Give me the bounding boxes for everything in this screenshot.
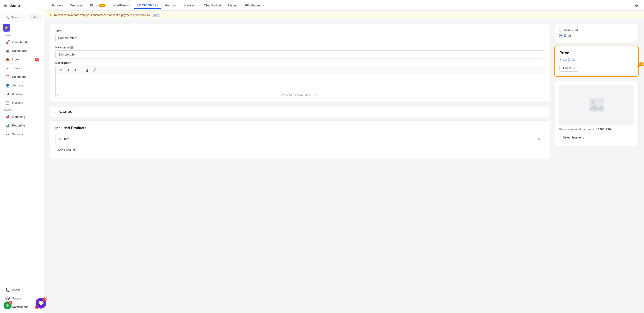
sidebar-item-phone[interactable]: 📞 Phone	[2, 286, 42, 294]
chevron-down-icon: ▾	[157, 4, 158, 7]
menu-icon[interactable]: ☰	[4, 3, 7, 8]
tools-section-label: Tools	[0, 107, 44, 113]
sidebar-item-inbox[interactable]: 📥 Inbox 0	[2, 55, 42, 64]
radio-inner	[560, 35, 562, 37]
app-logo: demo	[9, 3, 20, 8]
sidebar-item-dashboard[interactable]: ▦ Dashboard	[2, 47, 42, 55]
price-card: Price Free Offer Edit Price	[554, 46, 639, 77]
sidebar-item-label: Marketing	[12, 115, 25, 119]
nav-item-websites[interactable]: Websites	[67, 2, 86, 9]
nav-label: Media	[228, 4, 236, 7]
apps-section-label: Apps	[0, 33, 44, 38]
sidebar-item-settings[interactable]: ⚙ Settings	[2, 130, 42, 138]
redo-button[interactable]: ↪	[65, 67, 71, 73]
image-placeholder-icon	[588, 97, 605, 113]
nav-item-funnels[interactable]: Funnels	[49, 2, 66, 9]
sidebar-item-label: Tasks	[12, 67, 20, 70]
avatar-initial: G	[6, 304, 9, 307]
product-icon: ✏	[59, 137, 62, 141]
chevron-down-icon: ▾	[129, 4, 130, 7]
svg-point-2	[591, 100, 595, 104]
image-card: Recommended dimensions of 1280x720 Selec…	[554, 80, 639, 146]
nav-item-surveys[interactable]: Surveys ▾	[180, 2, 200, 9]
gear-icon[interactable]: ⚙	[633, 2, 640, 9]
annotation-arrow	[636, 51, 644, 77]
form-main: Title Nickname ? Description ↩ ↪	[50, 24, 550, 308]
draft-option[interactable]: Draft	[559, 34, 634, 37]
chat-icon: 💬	[38, 300, 44, 306]
chat-bubble[interactable]: 💬 12	[36, 298, 46, 308]
sidebar-item-pipeline[interactable]: ⊿ Pipeline	[2, 90, 42, 98]
search-bar[interactable]: 🔍 Search ctrl K	[3, 14, 42, 21]
image-rec-text: Recommended dimensions of 1280x720	[559, 128, 634, 131]
description-label: Description	[55, 61, 544, 65]
sidebar-item-marketing[interactable]: 📣 Marketing	[2, 113, 42, 121]
sidebar-item-reporting[interactable]: 📊 Reporting	[2, 121, 42, 130]
editor-content[interactable]	[56, 74, 544, 92]
published-option[interactable]: Published	[559, 29, 634, 32]
search-label: Search	[11, 16, 20, 19]
editor-area[interactable]: P 0 WORDS POWERED BY TINY ⤡	[55, 74, 544, 97]
stripe-link[interactable]: Stripe.	[152, 13, 160, 17]
sidebar-item-invoices[interactable]: 📋 Invoices	[2, 99, 42, 107]
user-avatar[interactable]: G 4	[4, 301, 12, 309]
sidebar-item-label: Dashboard	[12, 49, 27, 53]
warning-icon: ●	[50, 13, 52, 17]
invoices-icon: 📋	[5, 101, 10, 105]
image-dimensions: 1280x720	[598, 128, 611, 131]
help-icon[interactable]: ?	[70, 46, 74, 49]
resize-handle[interactable]: ⤡	[540, 93, 542, 96]
dashboard-icon: ▦	[5, 49, 10, 53]
bold-button[interactable]: B	[72, 67, 78, 73]
italic-button[interactable]: I	[79, 67, 83, 73]
nav-label: Chat Widget	[204, 4, 221, 7]
chevron-right-icon: ›	[55, 110, 56, 114]
contacts-icon: 👤	[5, 83, 10, 88]
inbox-icon: 📥	[5, 57, 10, 62]
nav-item-url-redirects[interactable]: URL Redirects	[240, 2, 267, 9]
nickname-input[interactable]	[55, 51, 544, 59]
nav-label: Forms	[165, 4, 174, 7]
nav-label: Websites	[70, 4, 83, 7]
product-remove-button[interactable]: ✕	[537, 137, 540, 141]
sidebar-item-calendars[interactable]: 📅 Calendars	[2, 73, 42, 81]
sidebar-logo: ☰ demo	[0, 0, 44, 11]
sidebar-item-contacts[interactable]: 👤 Contacts	[2, 81, 42, 90]
nav-label: Surveys	[183, 4, 194, 7]
underline-button[interactable]: U	[84, 67, 90, 73]
title-label: Title	[55, 29, 544, 33]
sidebar-item-label: Calendars	[12, 75, 26, 79]
nav-item-memberships[interactable]: Memberships ▾	[134, 2, 161, 9]
image-placeholder	[559, 85, 634, 125]
status-radio-group: Published Draft	[559, 29, 634, 37]
product-row: ✏ test ✕	[55, 134, 544, 144]
add-product-button[interactable]: + Add Product	[55, 147, 75, 154]
tasks-icon: ✓	[5, 66, 10, 70]
sidebar-item-label: Support	[12, 297, 22, 300]
advanced-label: Advanced	[59, 110, 72, 113]
sidebar-item-label: Phone	[12, 288, 21, 292]
nav-item-wordpress[interactable]: WordPress ▾	[110, 2, 133, 9]
link-button[interactable]: 🔗	[91, 67, 98, 73]
lightning-button[interactable]: ⚡	[3, 24, 10, 32]
search-shortcut: ctrl K	[30, 15, 39, 19]
nav-label: URL Redirects	[244, 4, 264, 7]
nav-item-forms[interactable]: Forms ▾	[162, 2, 180, 9]
new-badge: New	[99, 4, 106, 7]
price-title: Price	[559, 51, 634, 55]
edit-price-button[interactable]: Edit Price	[559, 65, 579, 72]
title-input[interactable]	[55, 34, 544, 42]
nav-item-blogs[interactable]: Blogs New	[87, 2, 109, 9]
radio-circle-published	[559, 29, 562, 32]
undo-button[interactable]: ↩	[58, 67, 64, 73]
sidebar-item-label: Settings	[12, 133, 23, 136]
nav-label: Blogs	[90, 4, 98, 7]
advanced-section[interactable]: › Advanced	[50, 106, 550, 117]
draft-label: Draft	[564, 34, 571, 37]
sidebar-item-launchpad[interactable]: 🚀 Launchpad	[2, 38, 42, 46]
nav-item-media[interactable]: Media	[225, 2, 240, 9]
sidebar-item-tasks[interactable]: ✓ Tasks	[2, 64, 42, 72]
nav-item-chat-widget[interactable]: Chat Widget	[201, 2, 224, 9]
select-image-button[interactable]: Select Image ∨	[559, 134, 588, 141]
top-nav: Funnels Websites Blogs New WordPress ▾ M…	[44, 0, 644, 11]
